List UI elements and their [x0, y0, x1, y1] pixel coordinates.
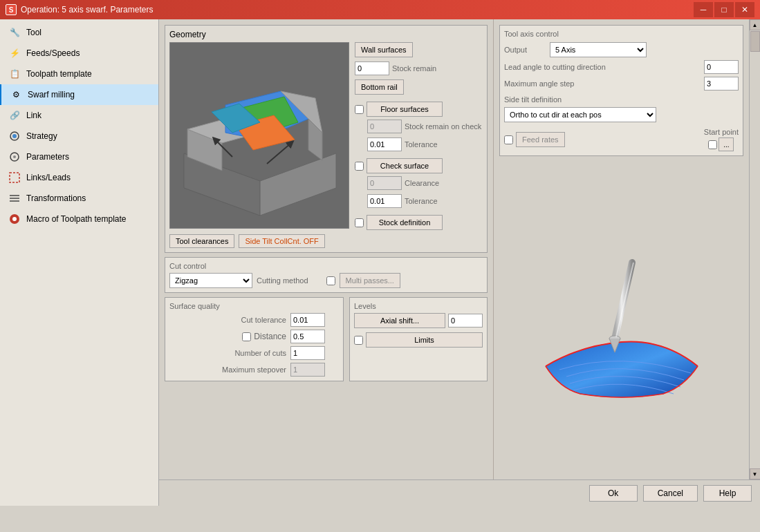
tool-icon: 🔧 [8, 26, 21, 39]
multi-passes-button: Multi passes... [340, 273, 400, 288]
sidebar-item-label: Feeds/Speeds [26, 48, 80, 58]
sidebar-item-strategy[interactable]: Strategy [0, 126, 158, 146]
transformations-icon [8, 192, 21, 205]
geometry-title: Geometry [169, 30, 483, 39]
geometry-preview [169, 42, 349, 229]
stock-definition-button[interactable]: Stock definition [367, 215, 443, 230]
axial-shift-button[interactable]: Axial shift... [354, 313, 445, 328]
cutting-method-select[interactable]: Zigzag One way Spiral [169, 273, 252, 288]
title-bar: S Operation: 5 axis swarf. Parameters ─ … [0, 0, 760, 19]
svg-rect-4 [10, 173, 19, 182]
distance-label: Distance [254, 332, 286, 341]
max-stepover-label: Maximum stepover [169, 365, 286, 374]
clearance-label: Clearance [405, 179, 439, 187]
toolpath-template-icon: 📋 [8, 68, 21, 80]
number-of-cuts-label: Number of cuts [169, 349, 286, 357]
tool-clearances-button[interactable]: Tool clearances [169, 234, 234, 248]
distance-input[interactable] [290, 330, 325, 343]
check-surface-checkbox[interactable] [355, 162, 364, 171]
cancel-button[interactable]: Cancel [643, 485, 698, 502]
cut-control-title: Cut control [169, 262, 483, 270]
tool-axis-control-section: Tool axis control Output 5 Axis 3 Axis 4… [499, 25, 743, 156]
bottom-rail-button[interactable]: Bottom rail [355, 79, 404, 95]
feed-rates-checkbox[interactable] [504, 135, 513, 144]
axial-shift-value[interactable] [448, 314, 483, 327]
sidebar-item-link[interactable]: 🔗 Link [0, 105, 158, 126]
limits-checkbox[interactable] [354, 336, 363, 345]
max-angle-step-input[interactable] [704, 77, 739, 91]
sidebar-item-label: Transformations [26, 193, 86, 203]
right-panel: Tool axis control Output 5 Axis 3 Axis 4… [493, 19, 749, 479]
multi-passes-checkbox[interactable] [326, 276, 335, 285]
limits-button[interactable]: Limits [366, 332, 483, 348]
link-icon: 🔗 [8, 109, 21, 122]
start-point-ellipsis[interactable]: ... [719, 137, 734, 151]
sidebar-item-label: Toolpath template [26, 69, 92, 79]
tool-axis-title: Tool axis control [504, 30, 739, 38]
number-of-cuts-input[interactable] [290, 346, 325, 360]
side-tilt-def-label: Side tilt definition [504, 95, 562, 104]
side-tilt-def-select[interactable]: Ortho to cut dir at each pos Fixed angle… [504, 107, 656, 122]
sidebar-item-links-leads[interactable]: Links/Leads [0, 167, 158, 188]
stock-remain-check-label: Stock remain on check [405, 122, 481, 131]
sidebar-item-label: Macro of Toolpath template [26, 214, 127, 224]
maximize-button[interactable]: □ [714, 2, 734, 17]
wall-surfaces-button[interactable]: Wall surfaces [355, 42, 413, 57]
help-button[interactable]: Help [703, 485, 752, 502]
sidebar-item-transformations[interactable]: Transformations [0, 188, 158, 209]
output-label: Output [504, 46, 546, 54]
svg-line-25 [616, 263, 633, 337]
sidebar-item-parameters[interactable]: Parameters [0, 146, 158, 167]
sidebar-item-swarf-milling[interactable]: ⚙ Swarf milling [0, 84, 158, 105]
cut-tolerance-input[interactable] [290, 313, 325, 327]
check-surface-button[interactable]: Check surface [367, 158, 443, 173]
sidebar-item-feeds-speeds[interactable]: ⚡ Feeds/Speeds [0, 43, 158, 64]
geometry-controls: Wall surfaces Stock remain Bottom rail [355, 42, 483, 230]
minimize-button[interactable]: ─ [694, 2, 713, 17]
max-stepover-input [290, 363, 325, 377]
tolerance2-label: Tolerance [405, 197, 438, 205]
scrollbar[interactable]: ▲ ▼ [749, 19, 760, 479]
sidebar-item-label: Swarf milling [28, 90, 75, 99]
scroll-thumb[interactable] [750, 31, 760, 52]
scroll-down-arrow[interactable]: ▼ [750, 468, 761, 479]
lead-angle-input[interactable] [704, 60, 739, 74]
svg-point-3 [13, 155, 16, 158]
output-select[interactable]: 5 Axis 3 Axis 4 Axis [550, 42, 647, 57]
close-button[interactable]: ✕ [735, 2, 754, 17]
stock-definition-checkbox[interactable] [355, 218, 364, 227]
tool-visualization [499, 162, 743, 474]
side-tilt-button[interactable]: Side Tilt CollCnt. OFF [239, 234, 324, 248]
geometry-section: Geometry [165, 25, 488, 253]
sidebar: 🔧 Tool ⚡ Feeds/Speeds 📋 Toolpath templat… [0, 19, 159, 506]
sidebar-item-label: Tool [26, 28, 41, 37]
tolerance1-label: Tolerance [405, 140, 438, 149]
start-point-checkbox[interactable] [708, 140, 717, 149]
bottom-bar: Ok Cancel Help [159, 479, 760, 506]
lead-angle-label: Lead angle to cutting direction [504, 63, 700, 71]
floor-surfaces-checkbox[interactable] [355, 105, 364, 114]
levels-title: Levels [354, 302, 483, 310]
ok-button[interactable]: Ok [589, 485, 638, 502]
strategy-icon [8, 130, 21, 142]
swarf-milling-icon: ⚙ [10, 88, 22, 101]
tolerance1-input[interactable] [367, 137, 402, 151]
feeds-speeds-icon: ⚡ [8, 47, 21, 59]
stock-remain-check-input [367, 120, 402, 133]
sidebar-item-macro-toolpath[interactable]: Macro of Toolpath template [0, 209, 158, 229]
stock-remain-label: Stock remain [392, 64, 436, 73]
scroll-up-arrow[interactable]: ▲ [750, 19, 761, 30]
stock-remain-input[interactable] [355, 61, 389, 75]
scroll-track[interactable] [750, 30, 761, 468]
tolerance2-input[interactable] [367, 194, 402, 208]
sidebar-item-tool[interactable]: 🔧 Tool [0, 22, 158, 43]
window-title: Operation: 5 axis swarf. Parameters [21, 5, 153, 15]
sidebar-item-toolpath-template[interactable]: 📋 Toolpath template [0, 64, 158, 84]
app-icon: S [6, 4, 17, 15]
distance-checkbox[interactable] [242, 332, 251, 341]
sidebar-item-label: Parameters [26, 152, 69, 162]
svg-line-23 [615, 263, 632, 339]
max-angle-step-label: Maximum angle step [504, 79, 700, 88]
clearance-input [367, 176, 402, 190]
floor-surfaces-button[interactable]: Floor surfaces [367, 102, 443, 117]
